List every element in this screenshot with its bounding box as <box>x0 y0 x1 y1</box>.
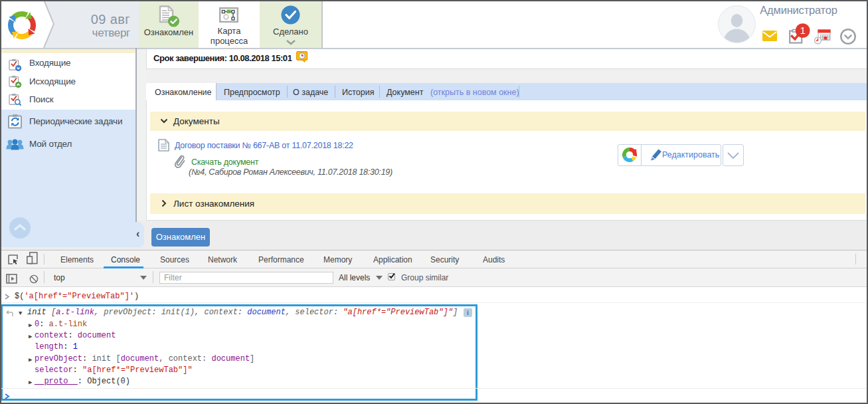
svg-text:1: 1 <box>800 25 806 36</box>
